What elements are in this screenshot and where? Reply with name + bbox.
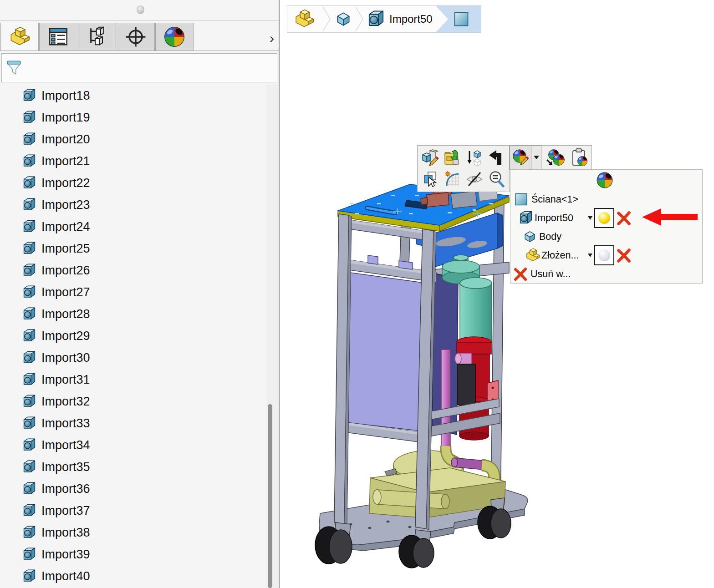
tree-item-label: Import34 <box>41 438 90 452</box>
tree-item-label: Import27 <box>41 285 90 299</box>
panel-tab-bar <box>0 23 194 51</box>
tree-item[interactable]: Import32 <box>0 390 266 412</box>
tab-display-manager[interactable] <box>155 23 194 51</box>
tree-item-label: Import37 <box>41 504 90 518</box>
tree-item[interactable]: Import29 <box>0 325 266 347</box>
move-copy-body-button[interactable] <box>464 147 486 169</box>
texture-button[interactable] <box>441 169 464 191</box>
tree-item[interactable]: Import38 <box>0 522 266 543</box>
dropdown-arrow-icon[interactable] <box>588 253 592 257</box>
tree-item[interactable]: Import40 <box>0 565 266 587</box>
appearances-button[interactable] <box>510 146 531 169</box>
tree-item[interactable]: Import21 <box>0 150 266 172</box>
cart-model[interactable] <box>280 0 714 588</box>
menu-item-remove-all[interactable]: Usuń w... <box>510 264 702 283</box>
breadcrumb-feature-label: Import50 <box>389 13 433 25</box>
tree-item[interactable]: Import20 <box>0 128 266 150</box>
breadcrumb-feature-segment[interactable]: Import50 <box>367 6 433 32</box>
tree-item[interactable]: Import23 <box>0 194 266 216</box>
tree-item-label: Import23 <box>41 198 90 212</box>
tree-item[interactable]: Import26 <box>0 259 266 281</box>
tree-item[interactable]: Import22 <box>0 172 266 194</box>
appearances-dropdown-button[interactable] <box>531 146 541 169</box>
tree-scrollbar[interactable] <box>266 85 278 588</box>
body-cube-icon <box>523 229 537 243</box>
solidworks-window: › Import18 Import19 Import20 Import21 Im… <box>0 0 714 588</box>
menu-item-label: Usuń w... <box>530 268 571 279</box>
menu-item-assembly[interactable]: Złożen... <box>510 246 702 264</box>
menu-item-label: Import50 <box>535 212 573 223</box>
edit-feature-button[interactable] <box>419 147 441 169</box>
tree-item[interactable]: Import24 <box>0 216 266 238</box>
import-feature-icon <box>22 416 37 431</box>
annotation-arrow-icon <box>642 208 698 226</box>
import-feature-icon <box>22 459 37 475</box>
tree-item[interactable]: Import35 <box>0 456 266 478</box>
dropdown-arrow-icon <box>534 156 539 159</box>
zoom-to-selection-button[interactable] <box>485 169 508 191</box>
copy-appearance-button[interactable] <box>541 146 567 169</box>
tree-item[interactable]: Import34 <box>0 434 266 456</box>
paste-appearance-button[interactable] <box>567 146 592 169</box>
texture-icon <box>443 170 461 188</box>
import-feature-icon <box>22 350 37 365</box>
tree-item[interactable]: Import25 <box>0 238 266 259</box>
tab-underline <box>0 51 279 51</box>
delete-appearance-icon[interactable] <box>615 209 632 227</box>
menu-item-body[interactable]: Body <box>510 227 702 246</box>
tree-scrollbar-thumb[interactable] <box>268 404 272 588</box>
appearance-swatch-import50[interactable] <box>594 208 614 228</box>
menu-item-face[interactable]: Ściana<1> <box>510 190 702 208</box>
tree-item[interactable]: Import31 <box>0 369 266 390</box>
filter-funnel-icon <box>6 58 22 78</box>
import-feature-icon <box>22 503 37 518</box>
import-feature-icon <box>22 132 37 147</box>
hide-button[interactable] <box>464 169 486 191</box>
delete-x-icon <box>512 266 529 282</box>
chevron-separator-icon <box>355 6 365 32</box>
select-other-button[interactable] <box>419 169 441 191</box>
tree-item[interactable]: Import28 <box>0 303 266 325</box>
bent-arrow-icon <box>488 149 506 167</box>
tab-property-manager[interactable] <box>39 23 77 51</box>
breadcrumb-body-segment[interactable] <box>335 6 352 32</box>
panel-expand-chevron[interactable]: › <box>266 31 278 46</box>
appearance-target-menu: Ściana<1> Import50 Body Złożen... <box>510 169 703 284</box>
graphics-area[interactable] <box>280 0 714 588</box>
tree-filter-input[interactable] <box>27 56 275 79</box>
import-feature-icon <box>22 175 37 191</box>
tree-filter-box <box>1 53 277 82</box>
tab-dimxpert-manager[interactable] <box>117 23 155 51</box>
tree-item-label: Import19 <box>41 111 90 125</box>
feature-manager-panel: › Import18 Import19 Import20 Import21 Im… <box>0 0 279 588</box>
appearance-toolbar-group <box>509 145 592 170</box>
feature-tree: Import18 Import19 Import20 Import21 Impo… <box>0 85 266 588</box>
tree-item[interactable]: Import30 <box>0 347 266 369</box>
tree-item[interactable]: Import37 <box>0 500 266 522</box>
tree-item[interactable]: Import39 <box>0 543 266 565</box>
panel-drag-handle[interactable] <box>137 5 144 14</box>
import-feature-icon <box>22 568 37 584</box>
tree-item-label: Import25 <box>41 242 90 256</box>
white-sphere-swatch <box>598 249 610 261</box>
import-feature-icon <box>22 197 37 213</box>
tab-configuration-manager[interactable] <box>78 23 116 51</box>
tree-item-label: Import33 <box>41 416 90 431</box>
dropdown-arrow-icon[interactable] <box>588 216 592 220</box>
tree-item[interactable]: Import18 <box>0 85 266 106</box>
import-feature-icon <box>22 481 37 497</box>
appearance-swatch-assembly[interactable] <box>594 245 614 265</box>
breadcrumb-part-segment[interactable] <box>294 6 315 32</box>
tree-item[interactable]: Import27 <box>0 281 266 303</box>
tab-feature-tree[interactable] <box>0 23 39 51</box>
insert-into-new-part-button[interactable] <box>441 147 464 169</box>
rollback-button[interactable] <box>485 147 508 169</box>
breadcrumb-selected-face-segment[interactable] <box>436 6 481 32</box>
import-feature-icon <box>367 10 386 29</box>
tree-item[interactable]: Import36 <box>0 478 266 500</box>
tree-item[interactable]: Import19 <box>0 106 266 128</box>
property-manager-icon <box>47 26 69 48</box>
delete-appearance-icon[interactable] <box>615 247 632 264</box>
tree-item[interactable]: Import33 <box>0 412 266 434</box>
edit-feature-icon <box>421 149 439 167</box>
